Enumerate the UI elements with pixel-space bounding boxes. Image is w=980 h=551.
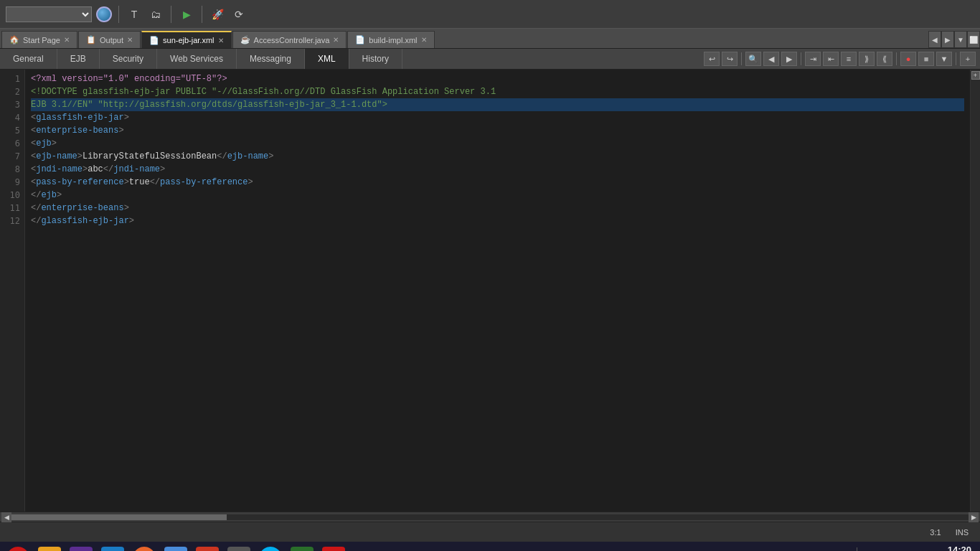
line-num-4: 4 bbox=[0, 111, 20, 124]
section-tabs-bar: General EJB Security Web Services Messag… bbox=[0, 49, 699, 69]
line-num-9: 9 bbox=[0, 176, 20, 189]
taskbar-brackets[interactable]: {} bbox=[98, 543, 128, 551]
tab-output-close[interactable]: ✕ bbox=[127, 36, 133, 44]
deploy-icon[interactable]: 🚀 bbox=[209, 6, 226, 23]
h-scroll-thumb[interactable] bbox=[11, 514, 227, 520]
expand-button[interactable]: + bbox=[971, 71, 980, 80]
tab-security-label: Security bbox=[113, 54, 143, 64]
toolbar-btn-outdent[interactable]: ⇤ bbox=[823, 52, 839, 66]
taskbar-skype[interactable]: S bbox=[255, 543, 286, 551]
toolbar-btn-format[interactable]: ≡ bbox=[841, 52, 857, 66]
tab-ejb[interactable]: EJB bbox=[57, 49, 100, 69]
taskbar-opera[interactable]: O bbox=[3, 543, 33, 551]
line-num-6: 6 bbox=[0, 137, 20, 150]
project-combo[interactable] bbox=[6, 6, 92, 22]
tab-start-page-icon: 🏠 bbox=[9, 35, 19, 44]
line-num-7: 7 bbox=[0, 150, 20, 163]
toolbar-btn-undo[interactable]: ↩ bbox=[704, 52, 720, 66]
tab-accesscontroller-label: AccessController.java bbox=[254, 36, 330, 44]
toolbar-btn-dropdown[interactable]: ▼ bbox=[936, 52, 952, 66]
taskbar-vs[interactable]: V bbox=[66, 543, 96, 551]
tab-build-impl-close[interactable]: ✕ bbox=[421, 36, 427, 44]
taskbar-chart[interactable]: 📊 bbox=[287, 543, 317, 551]
code-line-10: </ejb> bbox=[31, 189, 964, 202]
taskbar-firefox[interactable] bbox=[129, 543, 159, 551]
tab-output[interactable]: 📋 Output ✕ bbox=[78, 31, 141, 48]
tab-sun-ejb-jar-close[interactable]: ✕ bbox=[218, 37, 224, 44]
toolbar-btn-prev[interactable]: ◀ bbox=[763, 52, 779, 66]
tab-ejb-label: EJB bbox=[70, 54, 86, 64]
tab-start-page-close[interactable]: ✕ bbox=[64, 36, 70, 44]
status-bar: 3:1 INS bbox=[0, 522, 980, 542]
tab-accesscontroller-close[interactable]: ✕ bbox=[333, 36, 339, 44]
tab-web-services-label: Web Services bbox=[170, 54, 223, 64]
java-icon: JDE bbox=[196, 547, 219, 551]
tab-messaging[interactable]: Messaging bbox=[237, 49, 305, 69]
toolbar-sep-5 bbox=[801, 52, 801, 65]
taskbar-red-app[interactable]: P bbox=[319, 543, 349, 551]
line-num-10: 10 bbox=[0, 189, 20, 202]
code-editor[interactable]: <?xml version="1.0" encoding="UTF-8"?> <… bbox=[25, 70, 970, 512]
file-tabs-bar: 🏠 Start Page ✕ 📋 Output ✕ 📄 sun-ejb-jar.… bbox=[0, 29, 980, 49]
tab-accesscontroller-icon: ☕ bbox=[240, 35, 250, 44]
code-line-7: <ejb-name>LibraryStatefulSessionBean</ej… bbox=[31, 150, 964, 163]
toolbar-btn-search[interactable]: 🔍 bbox=[745, 52, 761, 66]
tab-build-impl-label: build-impl.xml bbox=[369, 36, 417, 44]
tab-output-icon: 📋 bbox=[86, 35, 96, 44]
toolbar-sep-2 bbox=[171, 6, 171, 23]
new-file-icon[interactable]: T bbox=[126, 6, 143, 23]
h-scroll-right[interactable]: ▶ bbox=[969, 512, 979, 522]
system-tray: » ENG 14:20 miércoles 12/10/2016 bbox=[846, 545, 977, 552]
tab-xml[interactable]: XML bbox=[305, 49, 349, 69]
taskbar-java[interactable]: JDE bbox=[192, 543, 222, 551]
tab-web-services[interactable]: Web Services bbox=[157, 49, 237, 69]
code-line-8: <jndi-name>abc</jndi-name> bbox=[31, 163, 964, 176]
leaf-icon: 🍃 bbox=[227, 547, 250, 551]
tab-start-page[interactable]: 🏠 Start Page ✕ bbox=[1, 31, 77, 48]
line-num-2: 2 bbox=[0, 85, 20, 98]
line-num-1: 1 bbox=[0, 72, 20, 85]
firefox-icon bbox=[133, 547, 156, 551]
h-scroll-track[interactable] bbox=[11, 514, 969, 520]
toolbar-sep-7 bbox=[956, 52, 956, 65]
tab-nav-maximize[interactable]: ⬜ bbox=[967, 31, 980, 48]
toolbar-btn-redo[interactable]: ↪ bbox=[722, 52, 738, 66]
chart-icon: 📊 bbox=[291, 547, 314, 551]
toolbar-btn-more2[interactable]: ⟪ bbox=[877, 52, 892, 66]
tab-history[interactable]: History bbox=[349, 49, 402, 69]
globe-icon bbox=[96, 6, 112, 22]
h-scroll-left[interactable]: ◀ bbox=[1, 512, 11, 522]
toolbar-btn-next[interactable]: ▶ bbox=[781, 52, 797, 66]
tab-history-label: History bbox=[362, 54, 389, 64]
code-line-2: <!DOCTYPE glassfish-ejb-jar PUBLIC "-//G… bbox=[31, 85, 964, 98]
toolbar-btn-more1[interactable]: ⟫ bbox=[859, 52, 875, 66]
tab-build-impl-xml[interactable]: 📄 build-impl.xml ✕ bbox=[347, 31, 434, 48]
editor-area: 1 2 3 4 5 6 7 8 9 10 11 12 <?xml version… bbox=[0, 70, 980, 512]
clock-time: 14:20 bbox=[932, 545, 971, 552]
code-line-3: EJB 3.1//EN" "http://glassfish.org/dtds/… bbox=[31, 98, 964, 111]
toolbar-btn-indent[interactable]: ⇥ bbox=[805, 52, 821, 66]
tab-nav-down[interactable]: ▼ bbox=[954, 31, 967, 48]
run-icon[interactable]: ▶ bbox=[178, 6, 195, 23]
cursor-position: 3:1 bbox=[930, 528, 941, 537]
tab-security[interactable]: Security bbox=[100, 49, 157, 69]
tab-accesscontroller-java[interactable]: ☕ AccessController.java ✕ bbox=[232, 31, 347, 48]
tab-general-label: General bbox=[13, 54, 44, 64]
taskbar-cube[interactable]: ◈ bbox=[161, 543, 191, 551]
tab-nav-left[interactable]: ◀ bbox=[928, 31, 941, 48]
tab-sun-ejb-jar-icon: 📄 bbox=[149, 36, 159, 45]
toolbar-btn-record[interactable]: ● bbox=[900, 52, 916, 66]
line-num-3: 3 bbox=[0, 98, 20, 111]
toolbar-btn-stop[interactable]: ■ bbox=[918, 52, 934, 66]
h-scrollbar[interactable]: ◀ ▶ bbox=[0, 512, 980, 522]
tab-nav-right[interactable]: ▶ bbox=[941, 31, 954, 48]
taskbar-tools[interactable]: 🔧 bbox=[34, 543, 65, 551]
toolbar-btn-expand[interactable]: + bbox=[960, 52, 976, 66]
line-numbers: 1 2 3 4 5 6 7 8 9 10 11 12 bbox=[0, 70, 25, 512]
code-line-4: <glassfish-ejb-jar> bbox=[31, 111, 964, 124]
open-file-icon[interactable]: 🗂 bbox=[147, 6, 164, 23]
tab-general[interactable]: General bbox=[0, 49, 57, 69]
clean-icon[interactable]: ⟳ bbox=[230, 6, 248, 23]
tab-sun-ejb-jar-xml[interactable]: 📄 sun-ejb-jar.xml ✕ bbox=[141, 31, 232, 48]
taskbar-leaf[interactable]: 🍃 bbox=[224, 543, 254, 551]
